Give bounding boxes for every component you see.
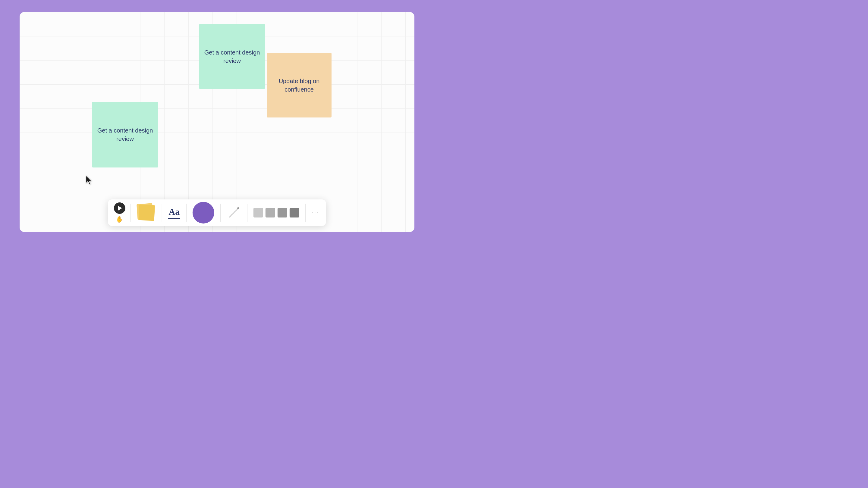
sticky-note-orange-text: Update blog on confluence bbox=[272, 77, 327, 94]
play-button[interactable] bbox=[114, 202, 125, 214]
swatch-gray-light[interactable] bbox=[253, 208, 263, 218]
swatch-gray-dark[interactable] bbox=[278, 208, 287, 218]
sticky-note-orange[interactable]: Update blog on confluence bbox=[267, 53, 332, 118]
swatch-gray-medium[interactable] bbox=[266, 208, 275, 218]
toolbar-divider-2 bbox=[162, 204, 162, 222]
toolbar-play-section: ✋ bbox=[110, 199, 129, 226]
toolbar-shape-tool[interactable] bbox=[188, 199, 219, 226]
toolbar-divider-1 bbox=[130, 204, 130, 222]
toolbar-swatches bbox=[249, 199, 304, 226]
sticky-note-green-bottom[interactable]: Get a content design review bbox=[92, 102, 158, 167]
toolbar-line-tool[interactable] bbox=[222, 201, 246, 225]
toolbar-text-tool[interactable]: Aa bbox=[163, 199, 185, 226]
sticky-note-green-top-text: Get a content design review bbox=[204, 48, 260, 65]
toolbar-divider-3 bbox=[186, 204, 187, 222]
text-tool-underline bbox=[168, 218, 180, 219]
line-tool-icon bbox=[227, 202, 241, 224]
sticky-note-green-bottom-text: Get a content design review bbox=[97, 126, 153, 143]
canvas-container: Get a content design review Get a conten… bbox=[20, 12, 414, 232]
hand-tool[interactable]: ✋ bbox=[116, 216, 123, 223]
sticky-tool-note-front bbox=[138, 204, 155, 221]
toolbar-divider-4 bbox=[220, 204, 221, 222]
toolbar-divider-6 bbox=[305, 204, 306, 222]
sticky-notes-tool-icon bbox=[134, 201, 158, 225]
svg-line-1 bbox=[229, 208, 238, 217]
text-tool-label: Aa bbox=[168, 207, 180, 217]
toolbar-divider-5 bbox=[247, 204, 247, 222]
swatch-gray-darker[interactable] bbox=[290, 208, 299, 218]
shape-circle-icon bbox=[193, 202, 214, 224]
toolbar-sticky-tool[interactable] bbox=[132, 199, 161, 226]
toolbar: ✋ Aa bbox=[108, 199, 326, 226]
toolbar-more-button[interactable]: ··· bbox=[307, 199, 324, 226]
sticky-note-green-top[interactable]: Get a content design review bbox=[199, 24, 265, 89]
